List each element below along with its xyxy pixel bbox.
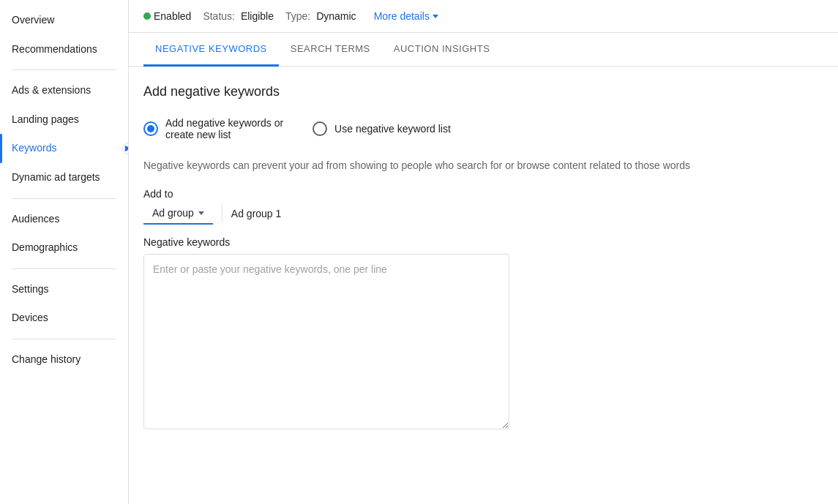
sidebar-item-settings[interactable]: Settings (0, 275, 128, 304)
sidebar-item-landing-pages[interactable]: Landing pages (0, 105, 128, 135)
more-details-text: More details (374, 10, 430, 22)
radio-option1-line1: Add negative keywords or (165, 117, 283, 129)
content-area: Add negative keywords Add negative keywo… (129, 67, 838, 504)
add-to-label: Add to (143, 188, 823, 200)
main-content: Enabled Status: Eligible Type: Dynamic M… (129, 0, 838, 504)
status-text-label: Status: (203, 10, 235, 22)
ad-group-dropdown[interactable]: Ad group (143, 203, 213, 225)
header-bar: Enabled Status: Eligible Type: Dynamic M… (129, 0, 838, 33)
sidebar-divider-3 (12, 268, 116, 269)
section-title: Add negative keywords (143, 84, 823, 99)
radio-add-create-label: Add negative keywords or create new list (165, 117, 283, 140)
sidebar-item-ads-extensions[interactable]: Ads & extensions (0, 76, 128, 105)
more-details-link[interactable]: More details (374, 10, 438, 22)
sidebar: Overview Recommendations Ads & extension… (0, 0, 129, 504)
neg-kw-label: Negative keywords (143, 236, 823, 248)
type-text-label: Type: (285, 10, 310, 22)
sidebar-item-dynamic-ad-targets[interactable]: Dynamic ad targets (0, 163, 128, 192)
vertical-divider (222, 205, 222, 222)
dropdown-label: Ad group (152, 207, 194, 219)
chevron-down-icon (433, 15, 438, 18)
status-indicator: Enabled (143, 10, 191, 22)
info-text: Negative keywords can prevent your ad fr… (143, 158, 802, 173)
sidebar-item-change-history[interactable]: Change history (0, 345, 128, 375)
radio-option-add-create[interactable]: Add negative keywords or create new list (143, 117, 283, 140)
tab-auction-insights[interactable]: AUCTION INSIGHTS (382, 33, 502, 67)
radio-use-list-circle[interactable] (313, 121, 327, 136)
sidebar-item-keywords[interactable]: Keywords ► (0, 134, 128, 163)
tab-negative-keywords[interactable]: NEGATIVE KEYWORDS (143, 33, 279, 67)
radio-group: Add negative keywords or create new list… (143, 117, 823, 140)
type-value: Dynamic (316, 10, 356, 22)
radio-option-use-list[interactable]: Use negative keyword list (313, 121, 451, 136)
sidebar-item-audiences[interactable]: Audiences (0, 205, 128, 234)
status-dot-green (143, 12, 151, 20)
tab-search-terms[interactable]: SEARCH TERMS (279, 33, 382, 67)
status-label: Enabled (154, 10, 191, 22)
sidebar-item-overview[interactable]: Overview (0, 6, 128, 35)
sidebar-item-demographics[interactable]: Demographics (0, 233, 128, 263)
sidebar-divider-1 (12, 69, 116, 70)
radio-add-create-circle[interactable] (143, 121, 158, 136)
sidebar-item-recommendations[interactable]: Recommendations (0, 35, 128, 64)
status-eligible: Status: Eligible (203, 10, 274, 22)
type-dynamic: Type: Dynamic (285, 10, 356, 22)
sidebar-item-devices[interactable]: Devices (0, 304, 128, 333)
ad-group-value: Ad group 1 (231, 203, 282, 224)
sidebar-divider-2 (12, 198, 116, 199)
radio-option1-line2: create new list (165, 129, 283, 140)
radio-option2-label: Use negative keyword list (334, 123, 451, 135)
tabs-bar: NEGATIVE KEYWORDS SEARCH TERMS AUCTION I… (129, 33, 838, 67)
dropdown-arrow-icon (198, 211, 204, 215)
add-to-row: Ad group Ad group 1 (143, 203, 823, 225)
status-value: Eligible (241, 10, 274, 22)
neg-kw-textarea[interactable] (143, 254, 509, 429)
sidebar-expand-arrow[interactable]: ► (122, 143, 129, 154)
sidebar-divider-4 (12, 339, 116, 339)
